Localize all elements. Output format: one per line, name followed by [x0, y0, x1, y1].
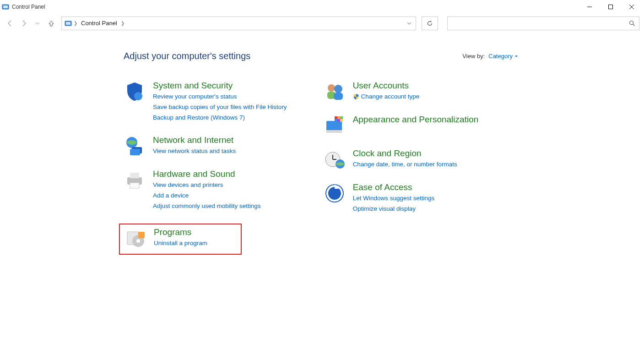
svg-rect-26: [326, 130, 342, 133]
category-title[interactable]: User Accounts: [353, 81, 420, 91]
category-link[interactable]: Backup and Restore (Windows 7): [153, 113, 287, 123]
monitor-colors-icon[interactable]: [324, 115, 346, 137]
svg-point-21: [328, 84, 335, 92]
svg-rect-3: [609, 5, 613, 9]
page-title: Adjust your computer's settings: [124, 51, 250, 61]
close-button[interactable]: [621, 0, 642, 14]
shield-icon[interactable]: [124, 81, 146, 103]
category-title[interactable]: Network and Internet: [153, 135, 236, 145]
people-icon[interactable]: [324, 81, 346, 103]
svg-rect-1: [3, 5, 8, 8]
svg-point-19: [136, 239, 140, 243]
category-title[interactable]: Appearance and Personalization: [353, 115, 479, 125]
back-button[interactable]: [6, 20, 14, 27]
svg-rect-31: [337, 119, 340, 122]
category-title[interactable]: Hardware and Sound: [153, 169, 261, 179]
category-hardware-sound: Hardware and Sound View devices and prin…: [124, 169, 287, 212]
svg-rect-16: [130, 183, 139, 188]
chevron-right-icon: ❯: [74, 21, 77, 26]
category-link[interactable]: Review your computer's status: [153, 92, 287, 102]
category-link[interactable]: View network status and tasks: [153, 146, 236, 157]
category-link[interactable]: Save backup copies of your files with Fi…: [153, 102, 287, 113]
category-title[interactable]: Clock and Region: [353, 148, 457, 159]
breadcrumb-item[interactable]: Control Panel: [79, 20, 119, 27]
search-input[interactable]: [451, 19, 629, 27]
svg-rect-13: [130, 149, 140, 155]
category-programs: Programs Uninstall a program: [124, 227, 237, 249]
svg-rect-20: [138, 232, 145, 238]
category-column-right: User Accounts Change account type: [324, 81, 479, 255]
up-button[interactable]: [48, 20, 55, 27]
svg-rect-15: [130, 173, 139, 178]
refresh-button[interactable]: [422, 16, 438, 30]
category-link[interactable]: Change account type: [353, 92, 420, 102]
window-title: Control Panel: [12, 4, 45, 10]
view-by: View by: Category: [462, 53, 518, 60]
titlebar: Control Panel: [0, 0, 644, 14]
maximize-button[interactable]: [600, 0, 621, 14]
minimize-button[interactable]: [579, 0, 600, 14]
control-panel-icon: [2, 3, 9, 11]
programs-icon[interactable]: [124, 227, 146, 249]
svg-rect-27: [335, 116, 337, 119]
category-link[interactable]: View devices and printers: [153, 180, 261, 191]
category-network-internet: Network and Internet View network status…: [124, 135, 287, 157]
chevron-down-icon: [514, 55, 518, 58]
content: Adjust your computer's settings View by:…: [0, 33, 644, 255]
svg-point-8: [630, 21, 633, 24]
globe-network-icon[interactable]: [124, 135, 146, 157]
search-box[interactable]: [447, 16, 639, 30]
category-title[interactable]: Programs: [154, 227, 207, 237]
category-title[interactable]: Ease of Access: [353, 182, 435, 192]
ease-of-access-icon[interactable]: [324, 182, 346, 204]
window-controls: [579, 0, 642, 14]
svg-rect-28: [337, 116, 340, 119]
svg-point-22: [334, 85, 342, 93]
svg-rect-24: [334, 93, 343, 100]
category-column-left: System and Security Review your computer…: [124, 81, 287, 255]
category-title[interactable]: System and Security: [153, 81, 287, 91]
recent-dropdown[interactable]: [34, 20, 41, 27]
highlight-programs: Programs Uninstall a program: [119, 224, 242, 255]
category-ease-of-access: Ease of Access Let Windows suggest setti…: [324, 182, 479, 214]
svg-rect-32: [340, 119, 343, 122]
address-bar: ❯ Control Panel ❯: [0, 14, 644, 33]
category-link[interactable]: Uninstall a program: [154, 238, 207, 249]
category-link[interactable]: Adjust commonly used mobility settings: [153, 201, 261, 212]
category-user-accounts: User Accounts Change account type: [324, 81, 479, 103]
refresh-icon: [427, 20, 433, 27]
category-system-security: System and Security Review your computer…: [124, 81, 287, 123]
svg-rect-30: [335, 119, 337, 122]
printer-icon[interactable]: [124, 169, 146, 191]
view-by-label: View by:: [462, 53, 485, 60]
category-link[interactable]: Add a device: [153, 191, 261, 201]
uac-shield-icon: [353, 93, 359, 100]
view-by-dropdown[interactable]: Category: [488, 53, 518, 60]
control-panel-icon: [65, 20, 72, 27]
clock-globe-icon[interactable]: [324, 148, 346, 170]
category-link[interactable]: Let Windows suggest settings: [353, 193, 435, 204]
svg-rect-7: [66, 22, 70, 25]
svg-rect-29: [340, 116, 343, 119]
category-link[interactable]: Optimize visual display: [353, 204, 435, 214]
chevron-right-icon: ❯: [121, 21, 124, 26]
search-icon: [629, 20, 635, 27]
category-appearance: Appearance and Personalization: [324, 115, 479, 137]
address-dropdown[interactable]: [403, 21, 416, 26]
category-clock-region: Clock and Region Change date, time, or n…: [324, 148, 479, 170]
address-box[interactable]: ❯ Control Panel ❯: [61, 16, 416, 30]
forward-button[interactable]: [20, 20, 27, 27]
category-link[interactable]: Change date, time, or number formats: [353, 159, 457, 170]
svg-line-9: [633, 24, 635, 26]
svg-point-10: [134, 92, 142, 100]
